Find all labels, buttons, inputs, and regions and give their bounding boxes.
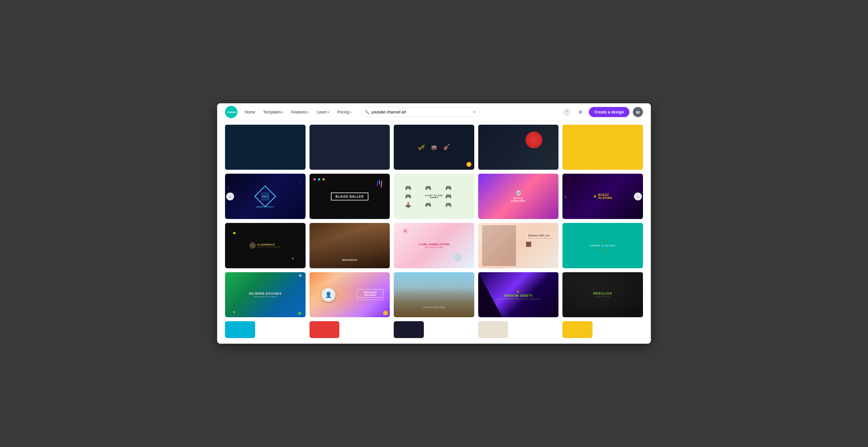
template-card[interactable]: NO MORE EXCUSES There's always time for … bbox=[225, 272, 306, 318]
template-card[interactable]: 🌿 🌿 ADORA'S VLOGS 🌿 🌿 bbox=[562, 223, 643, 268]
help-icon: ? bbox=[564, 109, 570, 115]
templates-chevron-icon: ▾ bbox=[282, 110, 283, 114]
help-button[interactable]: ? bbox=[562, 107, 572, 117]
template-card[interactable]: 👤 Makeup byMarceline New content every W… bbox=[310, 272, 390, 318]
template-card[interactable] bbox=[225, 125, 306, 170]
pricing-chevron-icon: ▾ bbox=[350, 110, 351, 114]
template-card[interactable]: 🌸 A GIRL NAMED ASTRID Video Games and An… bbox=[394, 223, 474, 268]
browser-window: Canva Home Templates ▾ Features ▾ Learn … bbox=[217, 103, 651, 344]
template-card[interactable]: BLAIZE BALLER bbox=[310, 174, 390, 219]
template-card[interactable] bbox=[310, 125, 390, 170]
template-grid-container: 🎺 🥁 🎸 $ ‹ bbox=[217, 121, 651, 344]
features-chevron-icon: ▾ bbox=[308, 110, 309, 114]
nav-features[interactable]: Features ▾ bbox=[288, 103, 312, 121]
template-card[interactable]: REGILLUS GLADIATOR ↗ bbox=[562, 272, 643, 318]
canva-logo[interactable]: Canva bbox=[225, 106, 238, 118]
template-card[interactable]: Adventures Follow Along bbox=[394, 272, 474, 318]
template-card[interactable] bbox=[225, 321, 255, 338]
carousel-prev-button[interactable]: ‹ bbox=[226, 193, 234, 200]
template-card[interactable] bbox=[394, 321, 424, 338]
template-card-beauty-with-lee[interactable]: Beauty with Lee Beauty and self-care adv… bbox=[478, 223, 559, 268]
create-design-button[interactable]: Create a design bbox=[589, 107, 629, 117]
template-card[interactable] bbox=[562, 125, 643, 170]
template-card[interactable]: 👾 ALIENRESIS RESIST THE INVASION bbox=[225, 223, 306, 268]
learn-chevron-icon: ▾ bbox=[328, 110, 329, 114]
nav-pricing[interactable]: Pricing ▾ bbox=[334, 103, 354, 121]
template-card[interactable]: ‹ victor's WINNING IS WORTH IT bbox=[225, 174, 306, 219]
template-card[interactable]: Adventures bbox=[310, 223, 390, 268]
settings-icon: ⚙ bbox=[579, 109, 582, 115]
template-card[interactable]: › ✕ MJAZZPLAYING ‹ bbox=[562, 174, 643, 219]
nav-home[interactable]: Home bbox=[242, 110, 258, 114]
template-card[interactable]: 🦅 SHADOW JADETV ACTION AND ADVENTURE GAM… bbox=[478, 272, 559, 318]
template-card[interactable]: 💀 SKULLSTRIKER1 bbox=[478, 174, 559, 219]
nav-learn[interactable]: Learn ▾ bbox=[314, 103, 332, 121]
search-area: 🔍 ✕ bbox=[361, 107, 479, 117]
settings-button[interactable]: ⚙ bbox=[576, 107, 586, 117]
user-avatar[interactable]: M bbox=[633, 107, 643, 117]
clear-search-icon[interactable]: ✕ bbox=[473, 110, 476, 114]
nav-actions: ? ⚙ Create a design M bbox=[562, 107, 643, 117]
template-card[interactable] bbox=[310, 321, 340, 338]
carousel-next-button[interactable]: › bbox=[634, 193, 642, 200]
navbar: Canva Home Templates ▾ Features ▾ Learn … bbox=[217, 103, 651, 121]
template-card[interactable] bbox=[478, 125, 559, 170]
template-card[interactable] bbox=[562, 321, 593, 338]
template-card[interactable]: 🎺 🥁 🎸 $ bbox=[394, 125, 474, 170]
nav-templates[interactable]: Templates ▾ bbox=[260, 103, 286, 121]
search-input[interactable] bbox=[361, 107, 479, 117]
template-card[interactable] bbox=[478, 321, 508, 338]
template-card[interactable]: 🎮 🎮 🎮 🎮 START TO ENDGAMES 🎮 🕹️ 🎮 🎮 bbox=[394, 174, 474, 219]
search-icon: 🔍 bbox=[365, 110, 369, 114]
template-grid: 🎺 🥁 🎸 $ ‹ bbox=[225, 125, 643, 338]
